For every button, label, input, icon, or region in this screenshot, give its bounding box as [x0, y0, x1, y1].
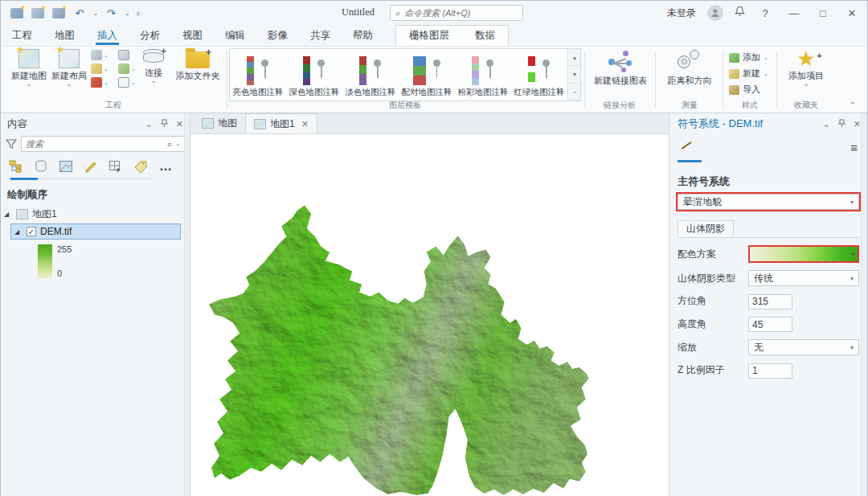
- style-import-button[interactable]: 导入: [729, 84, 768, 96]
- import-map-button[interactable]: ⌄: [91, 50, 108, 60]
- scaling-dropdown[interactable]: 无 ▾: [748, 339, 859, 355]
- tab-data[interactable]: 数据: [462, 26, 508, 46]
- tab-raster-layer[interactable]: 栅格图层: [396, 26, 462, 46]
- contents-search[interactable]: ⌕ ⌄: [21, 136, 185, 152]
- chevron-down-icon: ⌄: [67, 82, 72, 87]
- list-by-data-source-icon[interactable]: [32, 158, 50, 174]
- symbology-scrollbar[interactable]: [861, 113, 867, 496]
- undo-icon[interactable]: ↶: [72, 6, 88, 20]
- tab-insert[interactable]: 插入: [86, 25, 129, 46]
- new-link-chart-button[interactable]: 新建链接图表: [596, 49, 645, 87]
- style-add-icon: [729, 53, 739, 63]
- new-notebook-button[interactable]: [118, 50, 136, 60]
- new-project-icon[interactable]: [9, 6, 25, 20]
- view-tab-map1[interactable]: 地图1 ✕: [245, 113, 317, 133]
- expander-icon[interactable]: ◢: [4, 211, 12, 218]
- altitude-input[interactable]: [748, 317, 792, 332]
- primary-symbology-dropdown[interactable]: 晕渲地貌 ▾: [678, 194, 859, 210]
- connect-button[interactable]: + 连接 ⌄: [136, 49, 171, 84]
- toolbox-button[interactable]: ⌄: [91, 77, 108, 88]
- customize-qat-icon[interactable]: ⌅: [135, 9, 141, 17]
- tab-share[interactable]: 共享: [299, 25, 342, 46]
- map-viewport[interactable]: [190, 133, 669, 496]
- pin-panel-icon[interactable]: [161, 119, 168, 129]
- expander-icon[interactable]: ◢: [14, 228, 23, 236]
- user-avatar[interactable]: [707, 5, 723, 21]
- chevron-down-icon: ▾: [850, 199, 854, 206]
- layer-visibility-checkbox[interactable]: ✓: [27, 227, 36, 236]
- search-options-chevron-icon[interactable]: ⌄: [175, 141, 180, 147]
- hillshade-type-dropdown[interactable]: 传统 ▾: [748, 270, 859, 286]
- redo-icon[interactable]: ↷: [104, 6, 120, 20]
- symbology-panel-title: 符号系统 - DEM.tif: [678, 117, 823, 131]
- frame-button[interactable]: ⌄: [118, 77, 136, 88]
- tab-view[interactable]: 视图: [171, 25, 214, 46]
- layer-template-button[interactable]: ⌄: [118, 64, 136, 74]
- help-button[interactable]: ?: [756, 7, 774, 19]
- tab-map[interactable]: 地图: [43, 25, 86, 46]
- list-by-labeling-icon[interactable]: [132, 158, 149, 174]
- distance-direction-button[interactable]: 距离和方向: [665, 49, 714, 87]
- style-new-button[interactable]: 新建⌄: [729, 68, 768, 80]
- new-layout-button[interactable]: 新建布局 ⌄: [46, 49, 92, 87]
- pin-panel-icon[interactable]: [838, 119, 845, 129]
- hillshade-type-label: 山体阴影类型: [678, 272, 748, 285]
- minimize-button[interactable]: —: [785, 7, 803, 19]
- dem-hillshade-map[interactable]: [190, 134, 669, 496]
- contents-scrollbar[interactable]: [184, 113, 190, 496]
- close-panel-icon[interactable]: ✕: [176, 119, 183, 129]
- title-bar: ↶ ⌄ ↷ ⌄ ⌅ Untitled ⌕ 未登录 ? — □ ✕: [1, 1, 867, 25]
- view-tab-map[interactable]: 地图: [194, 113, 245, 133]
- project-title: Untitled: [342, 6, 375, 18]
- add-folder-button[interactable]: + 添加文件夹: [171, 49, 224, 82]
- save-project-icon[interactable]: [51, 6, 67, 20]
- undo-chevron-icon[interactable]: ⌄: [92, 9, 99, 17]
- open-project-icon[interactable]: [30, 6, 46, 20]
- style-add-button[interactable]: 添加⌄: [729, 51, 768, 64]
- close-button[interactable]: ✕: [843, 7, 861, 19]
- tab-edit[interactable]: 编辑: [214, 25, 256, 46]
- zfactor-input[interactable]: [748, 363, 792, 379]
- search-icon: ⌕: [395, 8, 400, 18]
- panel-menu-chevron-icon[interactable]: ⌄: [823, 119, 830, 129]
- azimuth-input[interactable]: [748, 294, 792, 309]
- collapse-ribbon-icon[interactable]: ⌃: [850, 100, 856, 109]
- list-by-editing-icon[interactable]: [82, 158, 100, 174]
- folder-plus-icon: +: [186, 51, 210, 68]
- maximize-button[interactable]: □: [814, 7, 832, 19]
- close-view-icon[interactable]: ✕: [301, 119, 309, 129]
- notifications-bell-icon[interactable]: [735, 6, 745, 20]
- new-report-button[interactable]: ⌄: [91, 64, 108, 74]
- filter-funnel-icon[interactable]: [6, 138, 17, 150]
- symbology-panel: 符号系统 - DEM.tif ⌄ ✕ ≡ 主符号系统 晕渲地貌 ▾: [669, 113, 867, 496]
- link-chart-icon: [607, 49, 634, 73]
- tree-item-dem-layer[interactable]: ◢ ✓ DEM.tif: [10, 223, 181, 240]
- sign-in-status[interactable]: 未登录: [667, 6, 696, 20]
- list-by-drawing-order-icon[interactable]: [7, 158, 25, 174]
- command-search[interactable]: ⌕: [390, 5, 523, 21]
- primary-symbology-tab-icon[interactable]: [678, 137, 698, 157]
- tab-imagery[interactable]: 影像: [256, 25, 299, 46]
- tab-analysis[interactable]: 分析: [129, 25, 171, 46]
- list-by-snapping-icon[interactable]: [107, 158, 125, 174]
- panel-menu-chevron-icon[interactable]: ⌄: [145, 119, 153, 129]
- close-panel-icon[interactable]: ✕: [854, 119, 861, 129]
- tree-item-map[interactable]: ◢ 地图1: [1, 205, 190, 223]
- list-by-selection-icon[interactable]: [57, 158, 75, 174]
- more-options-icon[interactable]: …: [157, 158, 174, 174]
- primary-symbology-highlight: 晕渲地貌 ▾: [676, 192, 861, 211]
- tab-project[interactable]: 工程: [1, 25, 43, 46]
- search-icon: ⌕: [167, 139, 172, 150]
- contents-search-input[interactable]: [26, 139, 164, 149]
- ribbon-group-styles: 添加⌄ 新建⌄ 导入 样式: [724, 47, 776, 113]
- color-scheme-dropdown[interactable]: ▾: [750, 247, 858, 261]
- tab-help[interactable]: 帮助: [342, 25, 384, 46]
- chevron-down-icon: ▾: [852, 251, 855, 258]
- redo-chevron-icon[interactable]: ⌄: [125, 9, 131, 17]
- add-item-button[interactable]: ★ 添加项目 ⌄: [783, 49, 829, 87]
- panel-options-menu-icon[interactable]: ≡: [850, 141, 858, 154]
- command-search-input[interactable]: [404, 8, 509, 18]
- contents-panel-title: 内容: [7, 117, 145, 131]
- hillshade-tab[interactable]: 山体阴影: [678, 220, 734, 237]
- color-scheme-label: 配色方案: [678, 248, 748, 261]
